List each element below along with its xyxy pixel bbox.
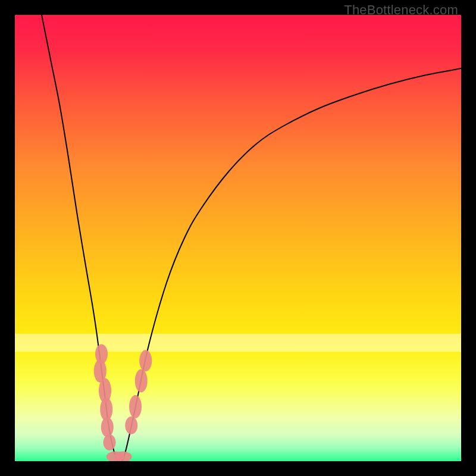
chart-frame: TheBottleneck.com: [0, 0, 476, 476]
chart-svg: [15, 15, 461, 461]
marker-point: [100, 398, 112, 421]
marker-point: [104, 434, 116, 450]
marker-point: [139, 350, 152, 371]
marker-group: [94, 345, 152, 462]
marker-point: [129, 395, 142, 418]
plot-area: [15, 15, 461, 461]
marker-point: [101, 418, 114, 437]
marker-point: [125, 416, 137, 434]
marker-point: [135, 369, 148, 393]
